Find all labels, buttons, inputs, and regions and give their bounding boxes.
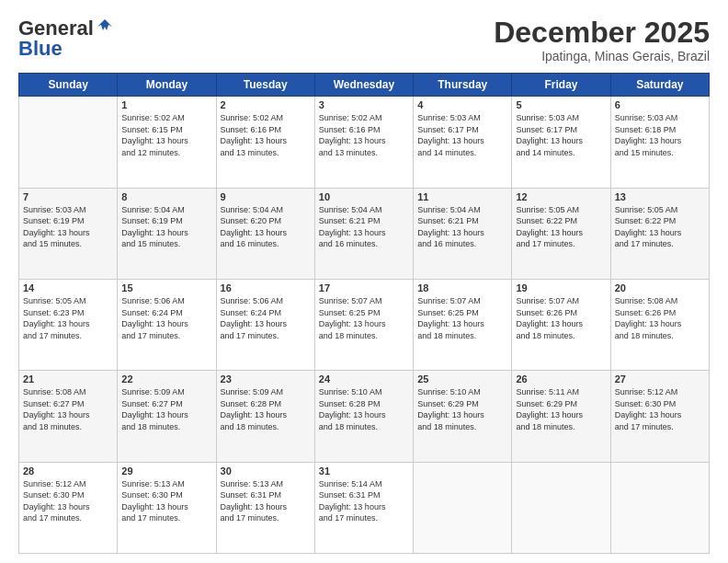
day-info: Sunrise: 5:09 AMSunset: 6:28 PMDaylight:…	[221, 386, 311, 432]
calendar-cell: 14Sunrise: 5:05 AMSunset: 6:23 PMDayligh…	[19, 279, 118, 370]
day-info: Sunrise: 5:02 AMSunset: 6:15 PMDaylight:…	[121, 112, 211, 158]
day-info: Sunrise: 5:08 AMSunset: 6:26 PMDaylight:…	[615, 295, 705, 341]
day-info: Sunrise: 5:02 AMSunset: 6:16 PMDaylight:…	[319, 112, 409, 158]
day-info: Sunrise: 5:13 AMSunset: 6:31 PMDaylight:…	[221, 478, 311, 524]
calendar-week-5: 28Sunrise: 5:12 AMSunset: 6:30 PMDayligh…	[19, 462, 710, 553]
day-info: Sunrise: 5:04 AMSunset: 6:20 PMDaylight:…	[221, 204, 311, 250]
day-number: 3	[319, 99, 409, 110]
calendar-week-1: 1Sunrise: 5:02 AMSunset: 6:15 PMDaylight…	[19, 97, 710, 188]
calendar-cell: 15Sunrise: 5:06 AMSunset: 6:24 PMDayligh…	[118, 279, 216, 370]
calendar-cell: 26Sunrise: 5:11 AMSunset: 6:29 PMDayligh…	[512, 371, 610, 462]
calendar-cell: 6Sunrise: 5:03 AMSunset: 6:18 PMDaylight…	[610, 97, 709, 188]
weekday-header-friday: Friday	[512, 74, 610, 97]
page: General Blue December 2025 Ipatinga, Min…	[0, 0, 728, 563]
calendar-cell: 16Sunrise: 5:06 AMSunset: 6:24 PMDayligh…	[216, 279, 314, 370]
day-number: 16	[221, 282, 311, 293]
calendar-cell: 21Sunrise: 5:08 AMSunset: 6:27 PMDayligh…	[19, 371, 118, 462]
weekday-header-sunday: Sunday	[19, 74, 118, 97]
calendar-cell: 28Sunrise: 5:12 AMSunset: 6:30 PMDayligh…	[19, 462, 118, 553]
header: General Blue December 2025 Ipatinga, Min…	[18, 17, 710, 63]
day-info: Sunrise: 5:13 AMSunset: 6:30 PMDaylight:…	[121, 478, 211, 524]
day-info: Sunrise: 5:05 AMSunset: 6:23 PMDaylight:…	[23, 295, 113, 341]
day-number: 25	[417, 373, 507, 385]
day-number: 31	[319, 465, 409, 477]
day-number: 9	[221, 191, 311, 202]
day-number: 30	[221, 465, 311, 477]
day-number: 27	[615, 373, 705, 385]
calendar-cell: 12Sunrise: 5:05 AMSunset: 6:22 PMDayligh…	[512, 188, 610, 279]
day-number: 11	[417, 191, 507, 202]
day-info: Sunrise: 5:11 AMSunset: 6:29 PMDaylight:…	[516, 386, 606, 432]
day-info: Sunrise: 5:03 AMSunset: 6:18 PMDaylight:…	[615, 112, 705, 158]
calendar-cell: 25Sunrise: 5:10 AMSunset: 6:29 PMDayligh…	[414, 371, 512, 462]
day-info: Sunrise: 5:03 AMSunset: 6:17 PMDaylight:…	[417, 112, 507, 158]
day-number: 15	[121, 282, 211, 293]
month-title: December 2025	[494, 17, 710, 49]
day-number: 19	[516, 282, 606, 293]
day-info: Sunrise: 5:07 AMSunset: 6:25 PMDaylight:…	[319, 295, 409, 341]
weekday-header-row: SundayMondayTuesdayWednesdayThursdayFrid…	[19, 74, 710, 97]
weekday-header-saturday: Saturday	[610, 74, 709, 97]
calendar-cell: 2Sunrise: 5:02 AMSunset: 6:16 PMDaylight…	[216, 97, 314, 188]
day-number: 7	[23, 191, 113, 202]
day-info: Sunrise: 5:05 AMSunset: 6:22 PMDaylight:…	[615, 204, 705, 250]
calendar-week-4: 21Sunrise: 5:08 AMSunset: 6:27 PMDayligh…	[19, 371, 710, 462]
day-info: Sunrise: 5:07 AMSunset: 6:25 PMDaylight:…	[417, 295, 507, 341]
calendar-cell: 11Sunrise: 5:04 AMSunset: 6:21 PMDayligh…	[414, 188, 512, 279]
weekday-header-monday: Monday	[118, 74, 216, 97]
calendar-cell	[414, 462, 512, 553]
day-number: 17	[319, 282, 409, 293]
calendar-cell: 7Sunrise: 5:03 AMSunset: 6:19 PMDaylight…	[19, 188, 118, 279]
calendar-cell: 3Sunrise: 5:02 AMSunset: 6:16 PMDaylight…	[314, 97, 413, 188]
weekday-header-thursday: Thursday	[414, 74, 512, 97]
location: Ipatinga, Minas Gerais, Brazil	[494, 49, 710, 63]
day-number: 8	[121, 191, 211, 202]
day-number: 13	[615, 191, 705, 202]
title-block: December 2025 Ipatinga, Minas Gerais, Br…	[494, 17, 710, 63]
calendar-cell: 8Sunrise: 5:04 AMSunset: 6:19 PMDaylight…	[118, 188, 216, 279]
day-info: Sunrise: 5:05 AMSunset: 6:22 PMDaylight:…	[516, 204, 606, 250]
calendar-cell: 31Sunrise: 5:14 AMSunset: 6:31 PMDayligh…	[314, 462, 413, 553]
day-number: 18	[417, 282, 507, 293]
day-number: 12	[516, 191, 606, 202]
calendar-cell: 13Sunrise: 5:05 AMSunset: 6:22 PMDayligh…	[610, 188, 709, 279]
day-info: Sunrise: 5:04 AMSunset: 6:21 PMDaylight:…	[417, 204, 507, 250]
weekday-header-tuesday: Tuesday	[216, 74, 314, 97]
day-info: Sunrise: 5:10 AMSunset: 6:29 PMDaylight:…	[417, 386, 507, 432]
day-number: 6	[615, 99, 705, 110]
day-number: 10	[319, 191, 409, 202]
calendar-cell: 24Sunrise: 5:10 AMSunset: 6:28 PMDayligh…	[314, 371, 413, 462]
day-info: Sunrise: 5:03 AMSunset: 6:19 PMDaylight:…	[23, 204, 113, 250]
day-number: 20	[615, 282, 705, 293]
day-number: 14	[23, 282, 113, 293]
day-number: 22	[121, 373, 211, 385]
day-number: 21	[23, 373, 113, 385]
day-info: Sunrise: 5:07 AMSunset: 6:26 PMDaylight:…	[516, 295, 606, 341]
calendar-cell: 9Sunrise: 5:04 AMSunset: 6:20 PMDaylight…	[216, 188, 314, 279]
day-info: Sunrise: 5:04 AMSunset: 6:19 PMDaylight:…	[121, 204, 211, 250]
day-info: Sunrise: 5:14 AMSunset: 6:31 PMDaylight:…	[319, 478, 409, 524]
calendar-cell	[19, 97, 118, 188]
day-number: 23	[221, 373, 311, 385]
calendar-cell: 29Sunrise: 5:13 AMSunset: 6:30 PMDayligh…	[118, 462, 216, 553]
day-number: 24	[319, 373, 409, 385]
day-info: Sunrise: 5:04 AMSunset: 6:21 PMDaylight:…	[319, 204, 409, 250]
day-number: 26	[516, 373, 606, 385]
logo-bird-icon	[96, 17, 114, 36]
calendar-table: SundayMondayTuesdayWednesdayThursdayFrid…	[18, 73, 710, 554]
calendar-cell: 30Sunrise: 5:13 AMSunset: 6:31 PMDayligh…	[216, 462, 314, 553]
day-info: Sunrise: 5:12 AMSunset: 6:30 PMDaylight:…	[615, 386, 705, 432]
logo: General Blue	[18, 17, 114, 61]
calendar-cell: 5Sunrise: 5:03 AMSunset: 6:17 PMDaylight…	[512, 97, 610, 188]
calendar-cell: 18Sunrise: 5:07 AMSunset: 6:25 PMDayligh…	[414, 279, 512, 370]
day-number: 2	[221, 99, 311, 110]
day-info: Sunrise: 5:08 AMSunset: 6:27 PMDaylight:…	[23, 386, 113, 432]
day-info: Sunrise: 5:09 AMSunset: 6:27 PMDaylight:…	[121, 386, 211, 432]
calendar-cell: 10Sunrise: 5:04 AMSunset: 6:21 PMDayligh…	[314, 188, 413, 279]
calendar-cell: 4Sunrise: 5:03 AMSunset: 6:17 PMDaylight…	[414, 97, 512, 188]
calendar-cell: 17Sunrise: 5:07 AMSunset: 6:25 PMDayligh…	[314, 279, 413, 370]
logo-blue: Blue	[18, 37, 63, 61]
calendar-cell: 27Sunrise: 5:12 AMSunset: 6:30 PMDayligh…	[610, 371, 709, 462]
calendar-cell: 19Sunrise: 5:07 AMSunset: 6:26 PMDayligh…	[512, 279, 610, 370]
calendar-cell: 23Sunrise: 5:09 AMSunset: 6:28 PMDayligh…	[216, 371, 314, 462]
